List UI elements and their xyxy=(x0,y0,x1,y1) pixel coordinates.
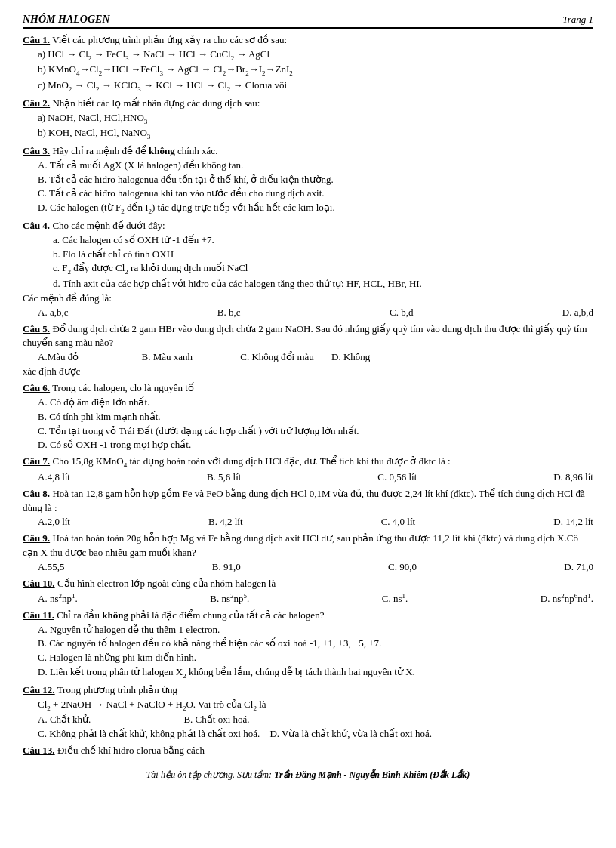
q7-opt-A: A.4,8 lít xyxy=(38,470,70,485)
question-9: Câu 9. Hoà tan hoàn toàn 20g hỗn hợp Mg … xyxy=(23,532,593,575)
header-page: Trang 1 xyxy=(562,14,593,26)
q11-A: A. Nguyên tử halogen dễ thu thêm 1 elect… xyxy=(38,624,220,635)
q3-D: D. Các halogen (từ F2 đến I2) tác dụng t… xyxy=(38,202,335,213)
q1-label: Câu 1. xyxy=(23,34,50,45)
q11-B: B. Các nguyên tố halogen đều có khả năng… xyxy=(38,637,381,649)
q6-D: D. Có số OXH -1 trong mọi hợp chất. xyxy=(38,439,191,450)
q12-text: Trong phương trình phản ứng xyxy=(57,684,177,695)
q3-C: C. Tất cả các hiđro halogenua khi tan và… xyxy=(38,187,325,199)
q4-b: b. Flo là chất chỉ có tính OXH xyxy=(53,248,174,260)
q10-label: Câu 10. xyxy=(23,578,55,589)
q1-a: a) HCl → Cl2 → FeCl3 → NaCl → HCl → CuCl… xyxy=(38,48,270,60)
q9-label: Câu 9. xyxy=(23,532,50,544)
q7-text: Cho 15,8g KMnO4 tác dụng hoàn toàn với d… xyxy=(52,455,450,467)
q5-opt-D: D. Không xyxy=(331,351,370,362)
q3-A: A. Tất cả muối AgX (X là halogen) đều kh… xyxy=(38,159,243,171)
q11-C: C. Halogen là những phi kim điển hình. xyxy=(38,652,196,663)
q9-opt-A: A.55,5 xyxy=(38,560,64,575)
q12-equation: Cl2 + 2NaOH → NaCl + NaClO + H2O. Vai tr… xyxy=(38,698,266,710)
page: NHÓM HALOGEN Trang 1 Câu 1. Viết các phư… xyxy=(0,0,616,848)
q5-opt-D2: xác định được xyxy=(23,365,80,377)
question-10: Câu 10. Cấu hình electron lớp ngoài cùng… xyxy=(23,577,593,606)
q4-opt-B: B. b,c xyxy=(217,306,241,320)
q12-C: C. Không phải là chất khử, không phải là… xyxy=(38,728,260,739)
q5-text: Đổ dung dịch chứa 2 gam HBr vào dung dịc… xyxy=(23,323,587,349)
q8-text: Hoà tan 12,8 gam hỗn hợp gồm Fe và FeO b… xyxy=(23,488,585,513)
q6-B: B. Có tính phi kim mạnh nhất. xyxy=(38,411,161,422)
q1-b: b) KMnO4→Cl2→HCl →FeCl3 → AgCl → Cl2→Br2… xyxy=(38,63,293,75)
q7-opt-D: D. 8,96 lít xyxy=(553,470,593,485)
q12-A: A. Chất khử. xyxy=(38,714,91,725)
question-7: Câu 7. Cho 15,8g KMnO4 tác dụng hoàn toà… xyxy=(23,455,593,484)
q7-opt-C: C. 0,56 lít xyxy=(377,470,417,485)
q10-opt-C: C. ns1. xyxy=(382,591,408,606)
q9-opt-D: D. 71,0 xyxy=(564,560,593,575)
q4-c: c. F2 đẩy được Cl2 ra khỏi dung dịch muố… xyxy=(53,262,248,273)
q2-a: a) NaOH, NaCl, HCl,HNO3 xyxy=(38,112,147,123)
q4-opt-C: C. b,d xyxy=(390,306,413,320)
footer: Tài liệu ôn tập chương. Sưu tầm: Trần Đă… xyxy=(23,766,593,781)
q12-label: Câu 12. xyxy=(23,684,55,695)
q4-conclusion: Các mệnh đề đúng là: xyxy=(23,292,112,304)
q8-options: A.2,0 lít B. 4,2 lít C. 4,0 lít D. 14,2 … xyxy=(38,515,593,529)
q1-text: Viết các phương trình phản ứng xảy ra ch… xyxy=(52,34,287,45)
question-3: Câu 3. Hãy chỉ ra mệnh đề để không chính… xyxy=(23,144,593,217)
q8-opt-C: C. 4,0 lít xyxy=(381,515,416,529)
q10-opt-B: B. ns2np5. xyxy=(210,591,249,606)
q3-label: Câu 3. xyxy=(23,145,50,156)
question-4: Câu 4. Cho các mệnh đề dưới đây: a. Các … xyxy=(23,219,593,320)
q2-label: Câu 2. xyxy=(23,97,50,109)
question-8: Câu 8. Hoà tan 12,8 gam hỗn hợp gồm Fe v… xyxy=(23,487,593,530)
q3-B: B. Tất cả các hiđro halogenua đều tồn tạ… xyxy=(38,174,334,185)
footer-text: Tài liệu ôn tập chương. Sưu tầm: Trần Đă… xyxy=(146,769,470,780)
q5-label: Câu 5. xyxy=(23,323,50,335)
q9-opt-C: C. 90,0 xyxy=(388,560,417,575)
q6-A: A. Có độ âm điện lớn nhất. xyxy=(38,396,149,408)
q1-c: c) MnO2 → Cl2 → KClO3 → KCl → HCl → Cl2 … xyxy=(38,79,287,91)
q4-opt-D: D. a,b,d xyxy=(562,306,593,320)
q6-C: C. Tồn tại trong vỏ Trái Đất (dưới dạng … xyxy=(38,425,359,436)
q13-label: Câu 13. xyxy=(23,745,55,756)
question-2: Câu 2. Nhận biết các lọ mất nhãn đựng cá… xyxy=(23,97,593,142)
footer-bold: Trần Đăng Mạnh - Nguyễn Bình Khiêm (Đắk … xyxy=(274,769,470,780)
q4-text: Cho các mệnh đề dưới đây: xyxy=(52,220,165,231)
q4-a: a. Các halogen có số OXH từ -1 đến +7. xyxy=(53,234,214,245)
q4-opt-A: A. a,b,c xyxy=(38,306,68,320)
question-1: Câu 1. Viết các phương trình phản ứng xả… xyxy=(23,33,593,94)
q7-opt-B: B. 5,6 lít xyxy=(207,470,242,485)
question-5: Câu 5. Đổ dung dịch chứa 2 gam HBr vào d… xyxy=(23,322,593,379)
q5-opt-B: B. Màu xanh xyxy=(141,351,192,362)
q10-opt-D: D. ns2np6nd1. xyxy=(541,591,593,606)
content: Câu 1. Viết các phương trình phản ứng xả… xyxy=(23,33,593,758)
q9-opt-B: B. 91,0 xyxy=(212,560,241,575)
q11-D: D. Liên kết trong phân tử halogen X2 khô… xyxy=(38,666,415,677)
q10-opt-A: A. ns2np1. xyxy=(38,591,78,606)
q7-options: A.4,8 lít B. 5,6 lít C. 0,56 lít D. 8,96… xyxy=(38,470,593,485)
header-title: NHÓM HALOGEN xyxy=(23,14,110,26)
q12-D: D. Vừa là chất khử, vừa là chất oxi hoá. xyxy=(270,728,432,739)
question-6: Câu 6. Trong các halogen, clo là nguyên … xyxy=(23,381,593,452)
q8-opt-D: D. 14,2 lít xyxy=(553,515,593,529)
question-12: Câu 12. Trong phương trình phản ứng Cl2 … xyxy=(23,683,593,742)
q4-label: Câu 4. xyxy=(23,220,50,231)
q3-text: Hãy chỉ ra mệnh đề để không chính xác. xyxy=(52,145,217,156)
q8-opt-A: A.2,0 lít xyxy=(38,515,70,529)
q2-text: Nhận biết các lọ mất nhãn đựng các dung … xyxy=(52,97,260,109)
q10-options: A. ns2np1. B. ns2np5. C. ns1. D. ns2np6n… xyxy=(38,591,593,606)
header: NHÓM HALOGEN Trang 1 xyxy=(23,14,593,29)
q11-label: Câu 11. xyxy=(23,609,54,621)
q2-b: b) KOH, NaCl, HCl, NaNO3 xyxy=(38,127,150,138)
q8-opt-B: B. 4,2 lít xyxy=(208,515,243,529)
q8-label: Câu 8. xyxy=(23,488,50,499)
q13-text: Điều chế khí hiđro clorua bằng cách xyxy=(57,745,205,756)
q12-B: B. Chất oxi hoá. xyxy=(183,714,249,725)
q9-options: A.55,5 B. 91,0 C. 90,0 D. 71,0 xyxy=(38,560,593,575)
q9-text: Hoà tan hoàn toàn 20g hỗn hợp Mg và Fe b… xyxy=(23,532,578,558)
question-13: Câu 13. Điều chế khí hiđro clorua bằng c… xyxy=(23,744,593,758)
q5-opt-C: C. Không đổi màu xyxy=(240,351,314,362)
q4-d: d. Tính axit của các hợp chất với hiđro … xyxy=(53,278,422,289)
q5-opt-A: A.Màu đỏ xyxy=(38,351,79,362)
q7-label: Câu 7. xyxy=(23,455,50,467)
q10-text: Cấu hình electron lớp ngoài cùng của nhó… xyxy=(57,578,276,589)
question-11: Câu 11. Chỉ ra đầu không phải là đặc điể… xyxy=(23,609,593,681)
